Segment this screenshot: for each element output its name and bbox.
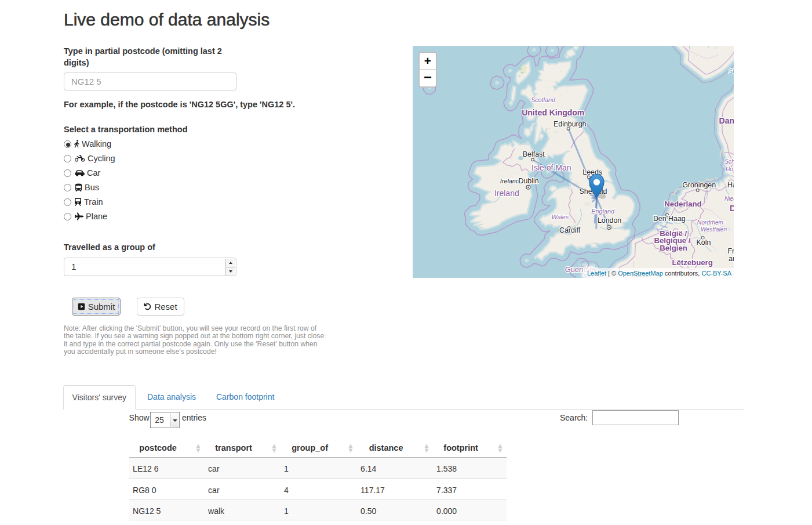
svg-text:Wales: Wales bbox=[551, 213, 569, 220]
svg-text:Sch: Sch bbox=[724, 158, 734, 165]
svg-text:Ha: Ha bbox=[727, 181, 734, 189]
svg-text:Groningen: Groningen bbox=[682, 181, 716, 189]
svg-text:Nied: Nied bbox=[724, 195, 734, 202]
svg-text:Danmark: Danmark bbox=[719, 116, 734, 125]
svg-text:Isle of Man: Isle of Man bbox=[531, 163, 571, 172]
svg-text:Edinburgh: Edinburgh bbox=[554, 120, 587, 128]
svg-text:Den Haag: Den Haag bbox=[653, 215, 686, 223]
svg-text:Belgien: Belgien bbox=[660, 244, 687, 252]
svg-text:Ireland: Ireland bbox=[494, 189, 519, 198]
svg-text:United Kingdom: United Kingdom bbox=[522, 108, 584, 117]
svg-text:Sk: Sk bbox=[729, 68, 734, 75]
svg-text:Nordrhein-: Nordrhein- bbox=[697, 219, 726, 226]
svg-text:England: England bbox=[591, 208, 615, 215]
svg-text:Belfast: Belfast bbox=[523, 150, 545, 158]
svg-text:Lëtzebuerg: Lëtzebuerg bbox=[672, 258, 712, 267]
svg-text:Westfalen: Westfalen bbox=[701, 226, 727, 233]
svg-text:London: London bbox=[598, 216, 621, 225]
svg-text:D: D bbox=[730, 204, 734, 213]
svg-text:Scotland: Scotland bbox=[531, 96, 556, 103]
svg-text:an: an bbox=[729, 255, 734, 263]
svg-text:Cardiff: Cardiff bbox=[559, 226, 581, 234]
svg-text:Ireland: Ireland bbox=[500, 178, 520, 184]
svg-text:Ho: Ho bbox=[726, 166, 733, 172]
svg-text:Nederland: Nederland bbox=[664, 200, 702, 208]
svg-text:Köln: Köln bbox=[697, 238, 711, 247]
svg-text:Dublin: Dublin bbox=[519, 177, 539, 185]
